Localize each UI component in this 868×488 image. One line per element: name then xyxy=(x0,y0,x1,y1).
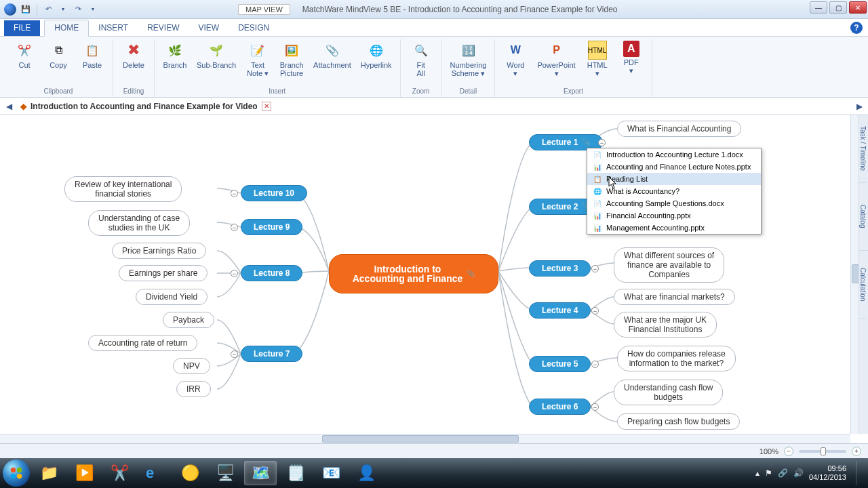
leaf-per[interactable]: Price Earnings Ratio xyxy=(112,243,206,259)
export-pdf-button[interactable]: APDF ▾ xyxy=(616,39,646,76)
taskbar-mediaplayer[interactable]: ▶️ xyxy=(68,461,100,485)
taskbar-app2[interactable]: 👤 xyxy=(350,461,382,485)
collapse-toggle[interactable]: − xyxy=(231,270,238,277)
node-lecture-4[interactable]: Lecture 4 xyxy=(529,302,591,319)
taskbar-mindview[interactable]: 🗺️ xyxy=(244,461,277,485)
speaker-icon[interactable]: 🔊 xyxy=(793,468,804,478)
node-lecture-3[interactable]: Lecture 3 xyxy=(529,260,591,277)
leaf-financial-accounting[interactable]: What is Financial Accounting xyxy=(617,121,741,137)
leaf-divy[interactable]: Dividend Yield xyxy=(136,289,208,305)
leaf-intl[interactable]: Review of key international financial st… xyxy=(64,176,182,202)
leaf-release[interactable]: How do companies release information to … xyxy=(617,346,736,371)
undo-menu-icon[interactable]: ▾ xyxy=(58,4,68,15)
taskbar-explorer[interactable]: 📁 xyxy=(33,461,65,485)
app-orb-icon[interactable] xyxy=(4,3,16,16)
tab-design[interactable]: DESIGN xyxy=(229,20,279,36)
collapse-toggle[interactable]: − xyxy=(598,139,606,146)
taskbar-stickynotes[interactable]: 🗒️ xyxy=(279,461,312,485)
minimize-button[interactable]: — xyxy=(810,1,827,14)
qat-menu-icon[interactable]: ▾ xyxy=(87,4,98,15)
attachment-item[interactable]: 📋Reading List xyxy=(587,173,761,185)
node-lecture-8[interactable]: Lecture 8 xyxy=(241,265,302,281)
zoom-knob[interactable] xyxy=(821,447,826,455)
paste-button[interactable]: 📋Paste xyxy=(77,39,107,70)
collapse-toggle[interactable]: − xyxy=(231,224,238,231)
tab-view[interactable]: VIEW xyxy=(189,20,229,36)
leaf-prep-cf[interactable]: Preparing cash flow budgets xyxy=(617,413,740,430)
attachment-item[interactable]: 📊Financial Accounting.pptx xyxy=(587,209,761,222)
export-html-button[interactable]: HTMLHTML ▾ xyxy=(583,39,612,79)
node-lecture-6[interactable]: Lecture 6 xyxy=(529,399,591,415)
attachment-item[interactable]: 🌐What is Accountancy? xyxy=(587,185,761,197)
sidetab-calculation[interactable]: Calculation xyxy=(859,251,867,319)
collapse-toggle[interactable]: − xyxy=(591,361,599,368)
taskbar-chrome[interactable]: 🟡 xyxy=(174,461,206,485)
scroll-thumb[interactable] xyxy=(322,435,519,443)
attachment-item[interactable]: 📄Introduction to Accounting Lecture 1.do… xyxy=(587,148,761,161)
node-lecture-7[interactable]: Lecture 7 xyxy=(241,346,302,362)
start-button[interactable] xyxy=(3,460,30,487)
node-lecture-10[interactable]: Lecture 10 xyxy=(241,185,307,201)
taskbar-ie[interactable]: e xyxy=(138,461,171,485)
leaf-markets[interactable]: What are financial markets? xyxy=(614,289,735,305)
export-word-button[interactable]: WWord ▾ xyxy=(500,39,530,79)
zoom-in-button[interactable]: + xyxy=(852,447,861,456)
tray-chevron-icon[interactable]: ▴ xyxy=(755,468,760,478)
textnote-button[interactable]: 📝Text Note ▾ xyxy=(243,39,273,79)
attachment-item[interactable]: 📊Management Accounting.pptx xyxy=(587,222,761,234)
collapse-toggle[interactable]: − xyxy=(591,265,599,272)
zoom-out-button[interactable]: − xyxy=(784,447,793,456)
export-ppt-button[interactable]: PPowerPoint ▾ xyxy=(534,39,578,79)
redo-icon[interactable]: ↷ xyxy=(73,4,83,15)
node-lecture-5[interactable]: Lecture 5 xyxy=(529,356,591,372)
zoom-slider[interactable] xyxy=(799,450,846,453)
close-button[interactable]: ✕ xyxy=(849,1,867,14)
document-tab[interactable]: ◆ Introduction to Accounting and Finance… xyxy=(20,102,271,111)
help-icon[interactable]: ? xyxy=(850,22,863,34)
subbranch-button[interactable]: 🌱Sub-Branch xyxy=(194,39,239,70)
taskbar-app1[interactable]: 🖥️ xyxy=(209,461,241,485)
network-icon[interactable]: 🔗 xyxy=(778,468,788,478)
leaf-sources[interactable]: What different sources of finance are av… xyxy=(614,247,724,283)
show-desktop-button[interactable] xyxy=(856,461,864,485)
center-node[interactable]: Introduction to Accounting and Finance 📎 xyxy=(329,254,498,293)
attachment-item[interactable]: 📊Accounting and Finance Lecture Notes.pp… xyxy=(587,161,761,173)
tray-clock[interactable]: 09:56 04/12/2013 xyxy=(809,464,846,482)
tab-scroll-left-icon[interactable]: ◀ xyxy=(4,102,14,111)
leaf-npv[interactable]: NPV xyxy=(173,358,210,374)
horizontal-scrollbar[interactable] xyxy=(0,434,850,443)
tab-file[interactable]: FILE xyxy=(4,20,40,36)
maximize-button[interactable]: ▢ xyxy=(829,1,847,14)
sidetab-task-timeline[interactable]: Task / Timeline xyxy=(859,115,867,183)
leaf-payback[interactable]: Payback xyxy=(163,312,214,328)
undo-icon[interactable]: ↶ xyxy=(43,4,54,15)
save-icon[interactable]: 💾 xyxy=(20,4,31,15)
branchpicture-button[interactable]: 🖼️Branch Picture xyxy=(277,39,307,79)
attachment-item[interactable]: 📄Accounting Sample Questions.docx xyxy=(587,197,761,209)
node-lecture-9[interactable]: Lecture 9 xyxy=(241,219,302,235)
cut-button[interactable]: ✂️Cut xyxy=(9,39,39,70)
leaf-under-cf[interactable]: Understanding cash flow budgets xyxy=(614,380,723,405)
hyperlink-button[interactable]: 🌐Hyperlink xyxy=(358,39,395,70)
tab-scroll-right-icon[interactable]: ▶ xyxy=(854,102,864,111)
sidetab-multimedia[interactable]: Multimedia Catalog xyxy=(859,183,868,251)
taskbar-outlook[interactable]: 📧 xyxy=(315,461,347,485)
tab-home[interactable]: HOME xyxy=(44,20,89,37)
tab-review[interactable]: REVIEW xyxy=(138,20,189,36)
fitall-button[interactable]: 🔍Fit All xyxy=(406,39,436,79)
leaf-eps[interactable]: Earnings per share xyxy=(119,265,208,281)
collapse-toggle[interactable]: − xyxy=(591,307,599,314)
delete-button[interactable]: ✖Delete xyxy=(119,39,149,70)
collapse-toggle[interactable]: − xyxy=(231,350,238,358)
copy-button[interactable]: ⧉Copy xyxy=(43,39,73,70)
close-document-icon[interactable]: ✕ xyxy=(262,102,271,111)
attachment-button[interactable]: 📎Attachment xyxy=(311,39,354,70)
leaf-case-uk[interactable]: Understanding of case studies in the UK xyxy=(88,210,190,236)
leaf-uk-institutions[interactable]: What are the major UK Financial Institut… xyxy=(614,312,717,338)
numbering-button[interactable]: 🔢Numbering Scheme ▾ xyxy=(448,39,490,79)
leaf-irr[interactable]: IRR xyxy=(176,381,211,397)
collapse-toggle[interactable]: − xyxy=(591,403,599,411)
collapse-toggle[interactable]: − xyxy=(231,190,238,197)
flag-icon[interactable]: ⚑ xyxy=(765,468,772,478)
taskbar-snipping[interactable]: ✂️ xyxy=(103,461,136,485)
